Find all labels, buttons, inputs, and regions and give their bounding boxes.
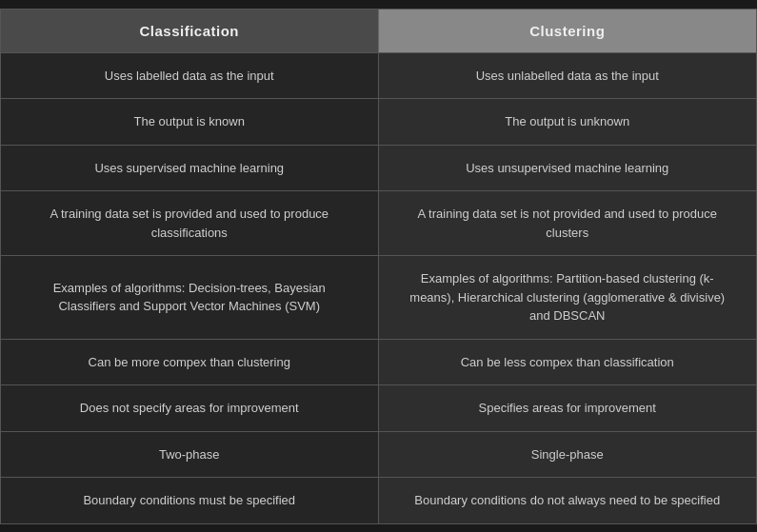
cell-right-6: Specifies areas for improvement xyxy=(379,385,757,431)
cell-left-5: Can be more compex than clustering xyxy=(1,340,379,385)
table-row: Uses labelled data as the inputUses unla… xyxy=(1,52,756,99)
comparison-table: Classification Clustering Uses labelled … xyxy=(0,9,757,524)
table-row: Two-phaseSingle-phase xyxy=(1,431,756,478)
table-row: Can be more compex than clusteringCan be… xyxy=(1,339,756,385)
table-header: Classification Clustering xyxy=(1,10,756,52)
cell-left-7: Two-phase xyxy=(1,432,379,478)
cell-right-0: Uses unlabelled data as the input xyxy=(379,53,757,99)
table-row: Examples of algorithms: Decision-trees, … xyxy=(1,255,756,339)
cell-right-1: The output is unknown xyxy=(379,99,757,145)
cell-left-3: A training data set is provided and used… xyxy=(1,191,379,255)
cell-left-8: Boundary conditions must be specified xyxy=(1,478,379,523)
cell-right-7: Single-phase xyxy=(379,432,757,478)
table-row: Boundary conditions must be specifiedBou… xyxy=(1,477,756,523)
cell-right-4: Examples of algorithms: Partition-based … xyxy=(379,256,757,339)
cell-right-2: Uses unsupervised machine learning xyxy=(379,146,757,191)
table-row: Uses supervised machine learningUses uns… xyxy=(1,145,756,191)
cell-left-4: Examples of algorithms: Decision-trees, … xyxy=(1,256,379,339)
cell-left-2: Uses supervised machine learning xyxy=(1,146,379,191)
header-classification: Classification xyxy=(1,10,379,52)
cell-left-1: The output is known xyxy=(1,99,379,145)
header-clustering: Clustering xyxy=(379,10,757,52)
table-body: Uses labelled data as the inputUses unla… xyxy=(1,52,756,523)
cell-right-8: Boundary conditions do not always need t… xyxy=(379,478,757,523)
table-row: Does not specify areas for improvementSp… xyxy=(1,384,756,431)
cell-left-6: Does not specify areas for improvement xyxy=(1,385,379,431)
cell-right-3: A training data set is not provided and … xyxy=(379,191,757,255)
table-row: A training data set is provided and used… xyxy=(1,190,756,255)
cell-left-0: Uses labelled data as the input xyxy=(1,53,379,99)
table-row: The output is knownThe output is unknown xyxy=(1,98,756,145)
cell-right-5: Can be less compex than classification xyxy=(379,340,757,385)
